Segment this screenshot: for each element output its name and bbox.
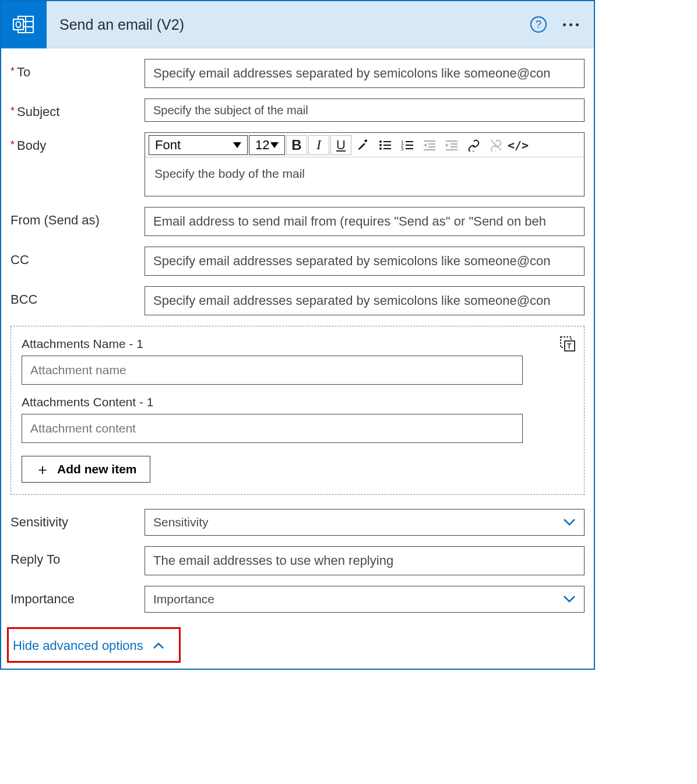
- advanced-toggle-label: Hide advanced options: [13, 638, 143, 653]
- rte-bold-button[interactable]: B: [286, 135, 307, 155]
- svg-point-6: [379, 140, 382, 143]
- caret-down-icon: [270, 142, 279, 148]
- svg-rect-22: [446, 140, 457, 142]
- svg-rect-20: [428, 146, 435, 147]
- indent-icon: [445, 139, 459, 152]
- svg-rect-18: [424, 140, 435, 142]
- label-text: To: [17, 65, 30, 80]
- rte-size-label: 12: [255, 138, 269, 153]
- svg-rect-23: [450, 143, 457, 145]
- rte-bullets-button[interactable]: [375, 135, 396, 155]
- rte-toolbar: Font 12 B I U: [145, 133, 584, 157]
- label-replyto: Reply To: [10, 546, 145, 567]
- row-from: From (Send as): [10, 207, 585, 236]
- to-input[interactable]: [145, 59, 585, 88]
- cc-input[interactable]: [145, 247, 585, 276]
- link-icon: [467, 139, 480, 152]
- subject-input[interactable]: [145, 99, 585, 122]
- svg-rect-7: [383, 141, 391, 142]
- body-input[interactable]: Specify the body of the mail: [145, 157, 584, 196]
- label-to: * To: [10, 59, 145, 80]
- required-marker: *: [10, 138, 15, 151]
- rte-size-select[interactable]: 12: [249, 135, 285, 155]
- rte-link-button[interactable]: [463, 135, 484, 155]
- label-cc: CC: [10, 247, 145, 268]
- card-header: Send an email (V2) ?: [1, 1, 594, 48]
- rte-eyedropper-button[interactable]: [353, 135, 374, 155]
- select-placeholder: Sensitivity: [153, 515, 209, 529]
- rte-codeview-button[interactable]: </>: [508, 135, 529, 155]
- svg-rect-15: [406, 145, 413, 146]
- bold-icon: B: [291, 137, 301, 153]
- label-text: Body: [17, 138, 46, 153]
- svg-point-10: [379, 147, 382, 150]
- rte-outdent-button[interactable]: [419, 135, 440, 155]
- chevron-down-icon: [563, 518, 576, 526]
- replyto-input[interactable]: [145, 546, 585, 575]
- row-sensitivity: Sensitivity Sensitivity: [10, 509, 585, 536]
- select-placeholder: Importance: [153, 592, 214, 606]
- svg-rect-4: [13, 19, 23, 30]
- label-subject: * Subject: [10, 99, 145, 119]
- underline-icon: U: [336, 138, 346, 153]
- label-bcc: BCC: [10, 286, 145, 307]
- label-text: From (Send as): [10, 213, 100, 228]
- unlink-icon: [490, 139, 502, 152]
- row-body: * Body Font 12 B I: [10, 132, 585, 196]
- add-new-item-button[interactable]: ＋ Add new item: [22, 456, 150, 483]
- attachment-name-input[interactable]: [22, 356, 523, 385]
- attachment-content-input[interactable]: [22, 414, 523, 443]
- attachments-name-label: Attachments Name - 1: [22, 337, 573, 351]
- svg-text:3: 3: [401, 146, 404, 152]
- label-text: Reply To: [10, 552, 60, 567]
- plus-icon: ＋: [35, 462, 50, 477]
- label-from: From (Send as): [10, 207, 145, 228]
- eyedropper-icon: [357, 139, 369, 152]
- row-bcc: BCC: [10, 286, 585, 315]
- svg-rect-13: [406, 141, 413, 142]
- row-replyto: Reply To: [10, 546, 585, 575]
- numbered-list-icon: 1 2 3: [400, 139, 414, 152]
- from-input[interactable]: [145, 207, 585, 236]
- card-title: Send an email (V2): [59, 16, 530, 33]
- chevron-down-icon: [563, 595, 576, 603]
- chevron-up-icon: [153, 642, 164, 650]
- switch-to-array-button[interactable]: T: [559, 336, 576, 352]
- outlook-icon: [1, 1, 47, 48]
- rte-font-label: Font: [155, 138, 181, 153]
- rte-font-select[interactable]: Font: [149, 135, 248, 155]
- row-to: * To: [10, 59, 585, 88]
- more-button[interactable]: [563, 23, 579, 26]
- rte-underline-button[interactable]: U: [330, 135, 351, 155]
- svg-rect-11: [383, 148, 391, 149]
- label-text: Importance: [10, 592, 75, 607]
- add-item-label: Add new item: [57, 462, 137, 476]
- sensitivity-select[interactable]: Sensitivity: [145, 509, 585, 536]
- attachments-content-label: Attachments Content - 1: [22, 395, 573, 409]
- help-button[interactable]: ?: [530, 16, 547, 33]
- hide-advanced-options-button[interactable]: Hide advanced options: [10, 629, 167, 657]
- rte-italic-button[interactable]: I: [308, 135, 329, 155]
- rte-numbered-button[interactable]: 1 2 3: [397, 135, 418, 155]
- rte-unlink-button[interactable]: [485, 135, 506, 155]
- row-importance: Importance Importance: [10, 586, 585, 613]
- caret-down-icon: [233, 142, 241, 148]
- bcc-input[interactable]: [145, 286, 585, 315]
- label-text: Sensitivity: [10, 515, 68, 530]
- svg-text:T: T: [567, 342, 572, 350]
- italic-icon: I: [316, 137, 321, 153]
- code-icon: </>: [508, 138, 529, 152]
- svg-rect-17: [406, 148, 413, 149]
- svg-rect-21: [424, 149, 435, 150]
- required-marker: *: [10, 65, 15, 78]
- label-text: Subject: [17, 104, 59, 119]
- label-sensitivity: Sensitivity: [10, 509, 145, 530]
- label-text: CC: [10, 252, 29, 268]
- label-text: BCC: [10, 292, 37, 307]
- action-card: Send an email (V2) ? * To * Subject: [0, 0, 595, 670]
- label-importance: Importance: [10, 586, 145, 607]
- rte-indent-button[interactable]: [441, 135, 462, 155]
- importance-select[interactable]: Importance: [145, 586, 585, 613]
- svg-rect-9: [383, 145, 391, 146]
- bullet-list-icon: [378, 139, 392, 152]
